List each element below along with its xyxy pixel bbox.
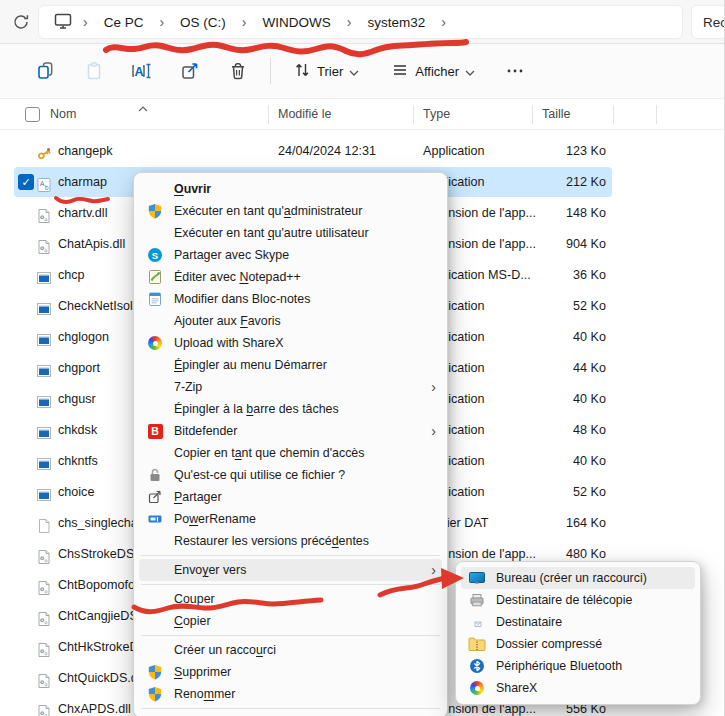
send-to-item[interactable]: ShareX [461, 677, 695, 699]
file-name: ChxAPDS.dll [58, 694, 131, 716]
console-icon [36, 360, 52, 376]
column-divider[interactable] [413, 105, 414, 124]
dll-icon [36, 639, 52, 655]
context-menu-item[interactable]: Modifier dans Bloc-notes [139, 288, 442, 310]
column-header-row: Nom Modifié le Type Taille [0, 99, 725, 130]
view-label: Afficher [415, 64, 459, 79]
menu-item-label: Éditer avec Notepad++ [174, 270, 436, 284]
refresh-icon[interactable] [12, 13, 30, 31]
context-menu-item[interactable]: Supprimer [139, 661, 442, 683]
address-bar[interactable]: › Ce PC›OS (C:)›WINDOWS›system32› [38, 5, 683, 39]
dll-icon [36, 236, 52, 252]
send-to-item[interactable]: Bureau (créer un raccourci) [461, 567, 695, 589]
column-header-nom[interactable]: Nom [50, 107, 76, 121]
file-size: 36 Ko [496, 260, 606, 290]
menu-item-label: Destinataire de télécopie [496, 593, 689, 607]
share-button[interactable] [172, 54, 208, 88]
file-name: chglogon [58, 322, 109, 352]
sort-ascending-icon [138, 101, 148, 115]
file-row[interactable]: changepk24/04/2024 12:31Application123 K… [14, 136, 612, 166]
menu-item-label: Bitdefender [174, 424, 425, 438]
menu-item-label: Destinataire [496, 615, 689, 629]
context-menu-item[interactable]: Couper [139, 588, 442, 610]
column-header-taille[interactable]: Taille [542, 107, 571, 121]
context-menu-item[interactable]: Exécuter en tant qu'autre utilisateur [139, 222, 442, 244]
context-menu-item[interactable]: Ouvrir [139, 178, 442, 200]
context-menu-item[interactable]: Copier en tant que chemin d'accès [139, 442, 442, 464]
breadcrumb-item[interactable]: system32 [367, 15, 425, 30]
context-menu-item[interactable]: Exécuter en tant qu'administrateur [139, 200, 442, 222]
column-header-modifie-le[interactable]: Modifié le [278, 107, 332, 121]
send-to-item[interactable]: Dossier compressé [461, 633, 695, 655]
context-menu-item[interactable]: Copier [139, 610, 442, 632]
breadcrumb-item[interactable]: Ce PC [104, 15, 144, 30]
select-all-checkbox[interactable] [25, 107, 40, 122]
dll-icon [36, 577, 52, 593]
context-menu-item[interactable]: Upload with ShareX [139, 332, 442, 354]
file-name: ChtCangjieDS. [58, 601, 141, 631]
context-menu-item[interactable]: Qu'est-ce qui utilise ce fichier ? [139, 464, 442, 486]
context-menu-item[interactable]: 7-Zip› [139, 376, 442, 398]
sharex-icon [145, 336, 165, 350]
svg-text:S: S [152, 250, 158, 261]
row-checkbox-checked[interactable]: ✓ [18, 174, 34, 190]
context-menu: OuvrirExécuter en tant qu'administrateur… [133, 172, 448, 716]
menu-item-label: Partager [174, 490, 436, 504]
breadcrumb-item[interactable]: WINDOWS [263, 15, 331, 30]
menu-item-label: Couper [174, 592, 436, 606]
context-menu-item[interactable]: Envoyer vers› [139, 559, 442, 581]
dll-icon [36, 546, 52, 562]
context-menu-item[interactable]: Créer un raccourci [139, 639, 442, 661]
menu-item-label: Bureau (créer un raccourci) [496, 571, 689, 585]
column-divider[interactable] [656, 105, 657, 124]
breadcrumb-item[interactable]: OS (C:) [180, 15, 226, 30]
column-divider[interactable] [532, 105, 533, 124]
menu-separator [141, 584, 440, 585]
menu-item-label: Périphérique Bluetooth [496, 659, 689, 673]
uac-shield-icon [145, 664, 165, 680]
context-menu-item[interactable]: Épingler au menu Démarrer [139, 354, 442, 376]
context-menu-item[interactable]: PowerRename [139, 508, 442, 530]
context-menu-item[interactable]: Éditer avec Notepad++ [139, 266, 442, 288]
sort-button[interactable]: Trier [283, 54, 369, 88]
paste-button[interactable] [76, 54, 112, 88]
menu-item-label: Exécuter en tant qu'administrateur [174, 204, 436, 218]
context-menu-item[interactable]: BBitdefender› [139, 420, 442, 442]
chevron-down-icon [349, 64, 359, 79]
column-divider[interactable] [613, 105, 614, 124]
this-pc-icon [53, 12, 73, 33]
dll-icon [36, 608, 52, 624]
file-size: 48 Ko [496, 415, 606, 445]
dll-icon [36, 670, 52, 686]
file-size: 52 Ko [496, 477, 606, 507]
notepad-plus-plus-icon [145, 269, 165, 285]
file-name: chgport [58, 353, 100, 383]
file-type: Application [423, 136, 485, 166]
context-menu-item[interactable]: Épingler à la barre des tâches [139, 398, 442, 420]
search-box[interactable]: Rec [691, 5, 725, 39]
context-menu-item[interactable]: Restaurer les versions précédentes [139, 530, 442, 552]
send-to-item[interactable]: Destinataire [461, 611, 695, 633]
more-button[interactable] [497, 54, 533, 88]
dll-icon [36, 701, 52, 716]
view-button[interactable]: Afficher [381, 54, 485, 88]
rename-button[interactable]: A [124, 54, 160, 88]
send-to-item[interactable]: Périphérique Bluetooth [461, 655, 695, 677]
column-divider[interactable] [268, 105, 269, 124]
delete-button[interactable] [220, 54, 256, 88]
context-menu-item[interactable]: SPartager avec Skype [139, 244, 442, 266]
send-to-item[interactable]: Destinataire de télécopie [461, 589, 695, 611]
file-name: ChtQuickDS.dl [58, 663, 141, 693]
file-name: CheckNetIsola [58, 291, 140, 321]
column-header-type[interactable]: Type [423, 107, 450, 121]
context-menu-item[interactable]: Renommer [139, 683, 442, 705]
bitdefender-icon: B [145, 424, 165, 439]
file-size: 40 Ko [496, 384, 606, 414]
mail-recipient-icon [467, 614, 487, 630]
copy-button[interactable] [28, 54, 64, 88]
context-menu-item[interactable]: Partager [139, 486, 442, 508]
menu-separator [141, 555, 440, 556]
chevron-down-icon [465, 64, 475, 79]
context-menu-item[interactable]: Ajouter aux Favoris [139, 310, 442, 332]
menu-separator [141, 708, 440, 709]
